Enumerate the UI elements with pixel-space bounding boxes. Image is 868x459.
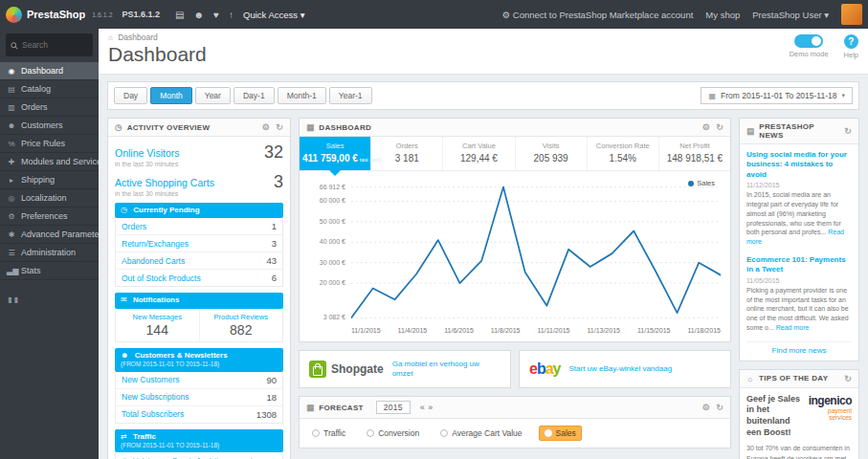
forecast-metric-conversion[interactable]: Conversion	[362, 426, 424, 440]
next-year-button[interactable]: »	[428, 403, 433, 412]
bulb-icon: ☼	[746, 374, 754, 383]
kpi-conversion-rate[interactable]: Conversion Rate 1.54%	[588, 137, 659, 170]
chart-plot	[351, 181, 721, 324]
filter-year-button[interactable]: Year	[195, 87, 231, 104]
updates-icon[interactable]: ↑	[229, 10, 234, 20]
sales-chart-svg	[351, 181, 721, 324]
shopgate-link[interactable]: Ga mobiel en verhoog uw omzet	[392, 360, 501, 380]
my-shop-link[interactable]: My shop	[705, 10, 740, 20]
cart-icon[interactable]: ▤	[175, 10, 184, 20]
sidebar-item-label: Stats	[21, 266, 41, 275]
forecast-metric-average-cart-value[interactable]: Average Cart Value	[435, 426, 526, 440]
new-customers-link[interactable]: New Customers	[122, 375, 179, 384]
sidebar-item-label: Advanced Parameters	[21, 230, 99, 239]
sidebar-item-shipping[interactable]: ▸ Shipping	[0, 171, 99, 189]
breadcrumb: ⌂ Dashboard	[108, 33, 858, 42]
kpi-cart-value[interactable]: Cart Value 129,44 €	[443, 137, 515, 170]
chart-y-axis: 66 912 €60 000 €50 000 €40 000 €30 000 €…	[309, 181, 351, 324]
gear-icon[interactable]: ⚙	[702, 122, 710, 132]
sidebar-item-preferences[interactable]: ⚙ Preferences	[0, 208, 99, 226]
news-item-title[interactable]: Ecommerce 101: Payments in a Tweet	[746, 255, 852, 275]
table-row: New Subscriptions 18	[116, 389, 282, 406]
traffic-icon: ⇄	[121, 432, 127, 441]
currently-pending-header: ◷ Currently Pending	[115, 203, 283, 218]
y-tick-label: 3 082 €	[323, 314, 345, 320]
sidebar-item-stats[interactable]: ▃▆ Stats	[0, 262, 99, 280]
chevron-down-icon: ▾	[841, 92, 845, 99]
sidebar-item-modules[interactable]: ✚ Modules and Services	[0, 153, 99, 171]
quick-access-menu[interactable]: Quick Access ▾	[243, 10, 304, 20]
sidebar-item-dashboard[interactable]: ◉ Dashboard	[0, 62, 99, 80]
refresh-icon[interactable]: ↻	[276, 122, 283, 132]
forecast-metric-traffic[interactable]: Traffic	[307, 426, 350, 440]
filter-month-button[interactable]: Month	[150, 87, 192, 104]
forecast-metric-sales[interactable]: Sales	[539, 426, 582, 441]
main-area: ⌂ Dashboard Dashboard Demo mode ? Help D…	[99, 29, 868, 459]
filter-month-1-button[interactable]: Month-1	[278, 87, 326, 104]
new-messages-cell[interactable]: New Messages 144	[116, 309, 200, 341]
online-visitors-link[interactable]: Online Visitors	[115, 147, 180, 159]
filter-day-button[interactable]: Day	[114, 87, 147, 104]
google-analytics-link[interactable]: ◉ Link to your Google Analytics account	[115, 452, 283, 459]
sidebar-item-price-rules[interactable]: % Price Rules	[0, 135, 99, 153]
sidebar-item-customers[interactable]: ☻ Customers	[0, 117, 99, 135]
demo-mode-toggle[interactable]	[794, 34, 823, 48]
sidebar-collapse-button[interactable]: ▮▮	[0, 290, 99, 310]
stats-icon: ▃▆	[7, 267, 16, 275]
ebay-link[interactable]: Start uw eBay-winkel vandaag	[569, 364, 673, 374]
filter-day-1-button[interactable]: Day-1	[234, 87, 275, 104]
help-icon[interactable]: ?	[844, 34, 858, 49]
avatar[interactable]	[841, 4, 862, 25]
forecast-year-select[interactable]: 2015	[376, 401, 411, 414]
find-more-news-link[interactable]: Find more news	[746, 341, 852, 357]
gear-icon: ⚙	[502, 10, 511, 20]
kpi-orders[interactable]: Orders 3 181	[371, 137, 443, 170]
sidebar-item-advanced-parameters[interactable]: ✱ Advanced Parameters	[0, 226, 99, 244]
gear-icon[interactable]: ⚙	[262, 122, 270, 132]
refresh-icon[interactable]: ↻	[844, 126, 852, 136]
refresh-icon[interactable]: ↻	[716, 122, 723, 132]
sidebar-item-orders[interactable]: ▥ Orders	[0, 98, 99, 117]
sidebar-item-localization[interactable]: ◎ Localization	[0, 189, 99, 208]
prestashop-logo-icon	[6, 7, 22, 23]
favorites-icon[interactable]: ♥	[213, 10, 219, 20]
prestashop-logo[interactable]: PrestaShop 1.6.1.2	[6, 7, 113, 23]
refresh-icon[interactable]: ↻	[844, 374, 852, 383]
date-range-picker[interactable]: ▦ From 2015-11-01 To 2015-11-18 ▾	[701, 87, 853, 104]
radio-icon	[545, 429, 552, 437]
profile-icon[interactable]: ☻	[194, 10, 205, 20]
out-of-stock-link[interactable]: Out of Stock Products	[122, 273, 201, 283]
tip-body: 30 tot 70% van de consumenten in Europa …	[746, 444, 852, 459]
table-row: Total Subscribers 1308	[116, 406, 282, 423]
refresh-icon[interactable]: ↻	[716, 403, 723, 412]
product-reviews-cell[interactable]: Product Reviews 882	[200, 309, 283, 341]
search-input[interactable]	[22, 40, 89, 50]
gear-icon[interactable]: ⚙	[702, 403, 710, 412]
orders-icon: ▥	[7, 103, 16, 112]
news-item-excerpt: In 2015, social media are an integral pa…	[746, 190, 852, 247]
pending-orders-link[interactable]: Orders	[122, 222, 146, 231]
active-carts-value: 3	[274, 172, 283, 192]
shop-version: PS1.6.1.2	[122, 10, 161, 19]
prev-year-button[interactable]: «	[420, 403, 425, 412]
kpi-net-profit[interactable]: Net Profit 148 918,51 €	[659, 137, 730, 170]
kpi-visits[interactable]: Visits 205 939	[516, 137, 588, 170]
brand-name: PrestaShop	[27, 9, 85, 20]
kpi-sales[interactable]: Sales 411 759,00 €tax excl.	[300, 137, 371, 170]
sidebar-item-catalog[interactable]: ▤ Catalog	[0, 80, 99, 98]
filter-year-1-button[interactable]: Year-1	[329, 87, 372, 104]
read-more-link[interactable]: Read more	[776, 324, 810, 331]
abandoned-carts-link[interactable]: Abandoned Carts	[122, 256, 185, 266]
active-carts-link[interactable]: Active Shopping Carts	[115, 177, 214, 188]
new-subscriptions-link[interactable]: New Subscriptions	[122, 392, 189, 402]
customers-newsletters-header: ☻ Customers & Newsletters (FROM 2015-11-…	[115, 348, 283, 372]
sidebar-item-administration[interactable]: ☰ Administration	[0, 244, 99, 262]
news-item-title[interactable]: Using social media for your business: 4 …	[746, 150, 852, 180]
total-subscribers-link[interactable]: Total Subscribers	[122, 409, 184, 419]
home-icon: ⌂	[108, 33, 113, 42]
sidebar-search	[6, 33, 93, 56]
marketplace-link[interactable]: ⚙ Connect to PrestaShop Marketplace acco…	[502, 10, 694, 20]
user-menu[interactable]: PrestaShop User ▾	[752, 10, 829, 20]
sidebar-item-label: Localization	[21, 193, 67, 203]
pending-returns-link[interactable]: Return/Exchanges	[122, 239, 189, 249]
